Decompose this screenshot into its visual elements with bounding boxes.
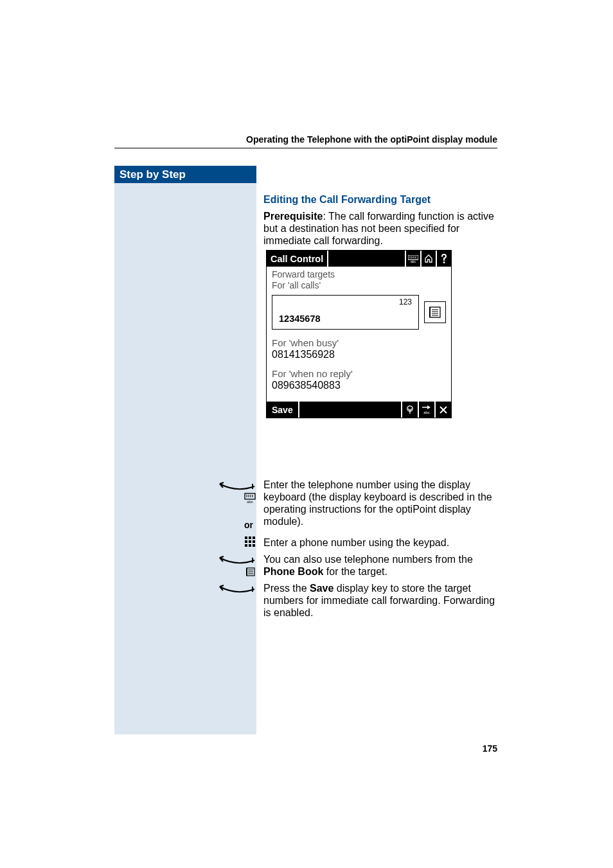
all-calls-label: For 'all calls'	[272, 280, 446, 290]
svg-rect-27	[253, 536, 255, 539]
step4-pre: Press the	[263, 583, 310, 594]
arrow-icon	[217, 481, 256, 492]
step4-bold: Save	[310, 583, 333, 594]
input-mode-label: 123	[399, 297, 412, 306]
scroll-down-icon[interactable]	[401, 402, 418, 418]
step3-post: for the target.	[323, 566, 387, 577]
step3-pre: You can also use telephone numbers from …	[263, 554, 473, 565]
forward-number-input[interactable]: 123 12345678	[272, 295, 419, 330]
svg-point-6	[443, 261, 445, 263]
or-label: or	[114, 520, 253, 530]
keyboard-mode-icon[interactable]: abc	[405, 251, 420, 267]
svg-rect-31	[245, 544, 247, 547]
close-icon[interactable]	[434, 402, 451, 418]
when-noreply-section: For 'when no reply' 089638540883	[267, 366, 451, 402]
when-noreply-value: 089638540883	[272, 380, 446, 391]
next-abc-icon[interactable]: abc	[418, 402, 434, 418]
prerequisite-text: Prerequisite: The call forwarding functi…	[263, 210, 497, 247]
sidebar-header: Step by Step	[114, 166, 256, 183]
input-value: 12345678	[279, 314, 321, 324]
page-number: 175	[483, 743, 497, 754]
svg-rect-28	[245, 540, 247, 543]
prerequisite-label: Prerequisite	[263, 211, 323, 222]
arrow-icon	[217, 584, 256, 594]
phonebook-icon	[245, 567, 256, 577]
svg-rect-26	[249, 536, 251, 539]
home-icon[interactable]	[420, 251, 436, 267]
step1-text: Enter the telephone number using the dis…	[263, 479, 497, 527]
svg-rect-29	[249, 540, 251, 543]
sidebar-body	[114, 183, 256, 734]
when-noreply-label: For 'when no reply'	[272, 368, 446, 379]
call-control-panel: Call Control abc	[266, 250, 452, 418]
panel-bottombar: Save abc	[267, 402, 451, 418]
panel-title: Call Control	[267, 251, 328, 267]
svg-rect-33	[253, 544, 255, 547]
input-row: 123 12345678	[267, 292, 451, 335]
help-icon[interactable]	[436, 251, 451, 267]
svg-rect-30	[253, 540, 255, 543]
svg-text:abc: abc	[247, 499, 253, 503]
keypad-icon	[244, 536, 256, 547]
svg-rect-19	[245, 493, 255, 499]
svg-rect-25	[245, 536, 247, 539]
step2-glyphs	[206, 535, 256, 547]
display-keyboard-icon: abc	[244, 493, 256, 503]
step1-glyphs: abc	[206, 480, 256, 503]
step4-text: Press the Save display key to store the …	[263, 582, 497, 619]
step3-glyphs	[206, 554, 256, 577]
save-button[interactable]: Save	[267, 402, 299, 418]
svg-rect-0	[408, 255, 418, 260]
when-busy-section: For 'when busy' 08141356928	[267, 335, 451, 366]
svg-rect-7	[430, 307, 440, 317]
section-heading: Editing the Call Forwarding Target	[263, 194, 431, 206]
panel-titlebar: Call Control abc	[267, 251, 451, 267]
header-rule	[114, 148, 497, 148]
running-header: Operating the Telephone with the optiPoi…	[114, 134, 497, 145]
forward-targets-section: Forward targets For 'all calls'	[267, 267, 451, 292]
step3-text: You can also use telephone numbers from …	[263, 553, 497, 578]
step3-bold: Phone Book	[263, 566, 323, 577]
forward-targets-label: Forward targets	[272, 269, 446, 279]
step4-glyphs	[206, 583, 256, 594]
arrow-icon	[217, 555, 256, 565]
when-busy-label: For 'when busy'	[272, 337, 446, 348]
svg-rect-32	[249, 544, 251, 547]
svg-text:abc: abc	[411, 260, 416, 263]
step2-text: Enter a phone number using the keypad.	[263, 536, 497, 549]
svg-text:abc: abc	[423, 411, 430, 414]
phonebook-lookup-button[interactable]	[424, 301, 446, 323]
when-busy-value: 08141356928	[272, 349, 446, 360]
